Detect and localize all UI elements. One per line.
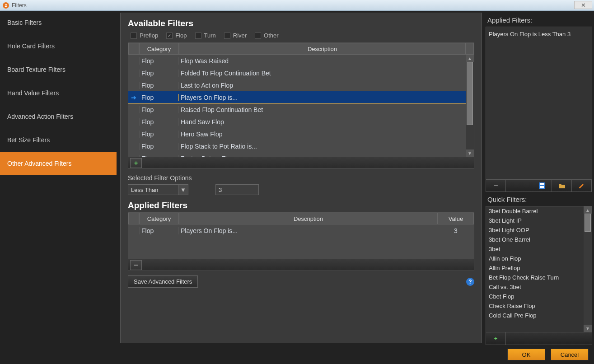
quick-filter-item[interactable]: 3bet Light IP <box>486 216 592 225</box>
sidebar: Basic Filters Hole Card Filters Board Te… <box>0 11 117 345</box>
ok-button[interactable]: OK <box>507 349 545 360</box>
applied-filter-item[interactable]: Players On Flop is Less Than 3 <box>488 29 590 39</box>
quick-filter-item[interactable]: Cbet Flop <box>486 292 592 301</box>
scroll-thumb[interactable] <box>467 62 473 125</box>
street-checkrow: Preflop ✓Flop Turn River Other <box>128 30 474 42</box>
table-row[interactable]: FlopFolded To Flop Continuation Bet <box>128 67 466 79</box>
col-value[interactable]: Value <box>438 213 474 224</box>
row-indicator: ➔ <box>128 94 139 101</box>
row-description: Hand Saw Flop <box>179 118 466 126</box>
quick-filter-item[interactable]: Call vs. 3bet <box>486 282 592 292</box>
row-category: Flop <box>139 143 179 150</box>
quick-filter-item[interactable]: 3bet Light OOP <box>486 225 592 235</box>
help-icon[interactable]: ? <box>466 278 474 286</box>
close-button[interactable]: ✕ <box>574 1 592 9</box>
check-preflop-label: Preflop <box>140 32 158 39</box>
comparator-value: Less Than <box>128 185 178 195</box>
table-row[interactable]: FlopRaised Flop Continuation Bet <box>128 103 466 116</box>
row-category: Flop <box>139 106 179 113</box>
available-scrollbar[interactable]: ▲ ▼ <box>466 55 474 157</box>
row-category: Flop <box>139 131 179 138</box>
table-row[interactable]: FlopLast to Act on Flop <box>128 79 466 91</box>
row-category: Flop <box>139 118 179 126</box>
row-description: Flop Stack to Pot Ratio is... <box>179 143 466 150</box>
check-turn-label: Turn <box>204 32 216 39</box>
check-river[interactable]: River <box>224 32 247 39</box>
available-heading: Available Filters <box>128 19 474 28</box>
right-applied-list: Players On Flop is Less Than 3 <box>486 27 592 179</box>
sidebar-item-basic[interactable]: Basic Filters <box>0 11 117 34</box>
save-icon[interactable] <box>532 180 552 191</box>
quick-filter-item[interactable]: Check Raise Flop <box>486 301 592 311</box>
right-toolbar: − <box>486 179 592 192</box>
applied-heading: Applied Filters <box>128 201 474 210</box>
sidebar-item-betsize[interactable]: Bet Size Filters <box>0 128 117 152</box>
selected-options-heading: Selected Filter Options <box>128 174 474 182</box>
row-description: Players On Flop is... <box>179 227 438 234</box>
table-row[interactable]: ➔FlopPlayers On Flop is... <box>128 91 466 103</box>
row-description: Folded To Flop Continuation Bet <box>179 70 466 77</box>
open-icon[interactable] <box>552 180 572 191</box>
available-grid-header: Category Description <box>128 43 474 55</box>
row-description: Last to Act on Flop <box>179 82 466 89</box>
check-other[interactable]: Other <box>255 32 279 39</box>
row-description: Raised Flop Continuation Bet <box>179 106 466 113</box>
row-description: Facing Bet on Flop <box>179 155 466 157</box>
check-flop[interactable]: ✓Flop <box>166 32 187 39</box>
row-value: 3 <box>438 227 474 234</box>
col-category[interactable]: Category <box>139 43 179 55</box>
quick-filter-item[interactable]: 3bet One Barrel <box>486 235 592 244</box>
scroll-up-icon[interactable]: ▲ <box>584 206 592 214</box>
svg-rect-2 <box>540 186 544 188</box>
sidebar-item-otheradvanced[interactable]: Other Advanced Filters <box>0 152 117 175</box>
col-handle <box>128 213 139 224</box>
row-category: Flop <box>139 227 179 234</box>
quick-scrollbar[interactable]: ▲ ▼ <box>584 206 592 332</box>
quick-filter-item[interactable]: 3bet <box>486 244 592 254</box>
row-category: Flop <box>139 155 179 157</box>
quick-filter-item[interactable]: Bet Flop Check Raise Turn <box>486 273 592 282</box>
cancel-button[interactable]: Cancel <box>551 349 589 360</box>
scroll-up-icon[interactable]: ▲ <box>466 55 474 62</box>
applied-grid-header: Category Description Value <box>128 213 474 224</box>
scroll-down-icon[interactable]: ▼ <box>466 149 474 157</box>
table-row[interactable]: FlopFlop Was Raised <box>128 55 466 67</box>
quick-filter-item[interactable]: Allin Preflop <box>486 263 592 273</box>
check-other-label: Other <box>264 32 279 39</box>
check-preflop[interactable]: Preflop <box>131 32 158 39</box>
table-row[interactable]: FlopPlayers On Flop is...3 <box>128 224 474 237</box>
value-input[interactable] <box>215 184 259 195</box>
available-grid: Category Description FlopFlop Was Raised… <box>128 42 474 169</box>
sidebar-item-handvalue[interactable]: Hand Value Filters <box>0 81 117 105</box>
save-advanced-filters-button[interactable]: Save Advanced Filters <box>128 275 198 288</box>
col-description[interactable]: Description <box>179 213 438 224</box>
comparator-combo[interactable]: Less Than ▼ <box>128 184 188 195</box>
table-row[interactable]: FlopHero Saw Flop <box>128 128 466 140</box>
quick-filter-item[interactable]: Allin on Flop <box>486 254 592 263</box>
add-filter-button[interactable]: + <box>130 158 142 168</box>
quick-filter-item[interactable]: 3bet Double Barrel <box>486 206 592 216</box>
sidebar-item-advancedaction[interactable]: Advanced Action Filters <box>0 105 117 128</box>
chevron-down-icon[interactable]: ▼ <box>178 185 188 195</box>
remove-filter-button[interactable]: − <box>130 260 142 270</box>
row-category: Flop <box>139 94 179 101</box>
sidebar-item-holecard[interactable]: Hole Card Filters <box>0 34 117 58</box>
remove-applied-button[interactable]: − <box>486 180 506 191</box>
col-description[interactable]: Description <box>179 43 466 55</box>
sidebar-item-boardtexture[interactable]: Board Texture Filters <box>0 58 117 81</box>
edit-icon[interactable] <box>572 180 592 191</box>
quick-filters-list: 3bet Double Barrel3bet Light IP3bet Ligh… <box>486 206 592 332</box>
table-row[interactable]: FlopHand Saw Flop <box>128 116 466 128</box>
row-description: Flop Was Raised <box>179 57 466 65</box>
table-row[interactable]: FlopFlop Stack to Pot Ratio is... <box>128 140 466 152</box>
add-quick-button[interactable]: + <box>486 332 506 345</box>
scroll-thumb[interactable] <box>585 214 591 232</box>
window-title: Filters <box>12 2 27 9</box>
quick-filters-heading: Quick Filters: <box>487 196 592 203</box>
row-category: Flop <box>139 57 179 65</box>
table-row[interactable]: FlopFacing Bet on Flop <box>128 152 466 157</box>
quick-filter-item[interactable]: Cold Call Pre Flop <box>486 311 592 320</box>
check-turn[interactable]: Turn <box>195 32 216 39</box>
scroll-down-icon[interactable]: ▼ <box>584 325 592 332</box>
col-category[interactable]: Category <box>139 213 179 224</box>
